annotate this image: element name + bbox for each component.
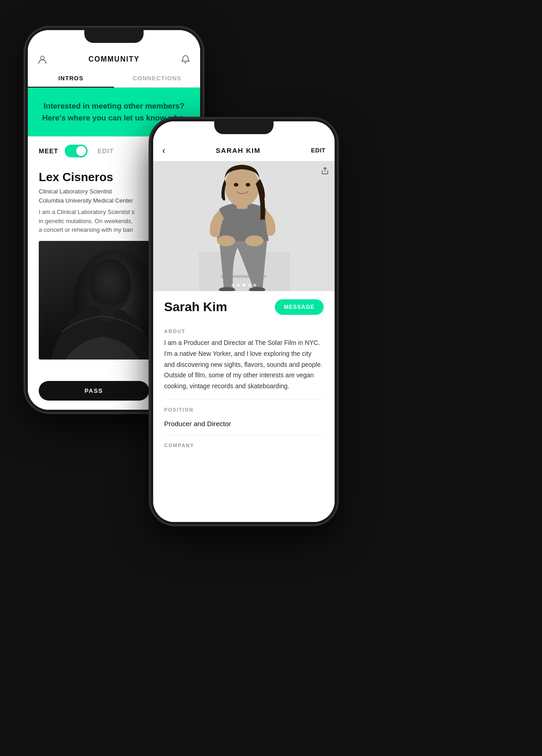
svg-point-2 bbox=[88, 261, 131, 312]
position-text: Producer and Director bbox=[164, 416, 324, 435]
share-icon[interactable] bbox=[321, 167, 329, 176]
community-title: COMMUNITY bbox=[88, 55, 139, 63]
photo-dot-1 bbox=[232, 284, 234, 287]
svg-point-13 bbox=[225, 167, 259, 207]
community-tabs: INTROS CONNECTIONS bbox=[28, 69, 200, 88]
sarah-edit-button[interactable]: EDIT bbox=[311, 147, 325, 154]
photo-dots bbox=[232, 284, 256, 287]
photo-dot-2 bbox=[237, 284, 240, 287]
message-button[interactable]: MESSAGE bbox=[275, 299, 324, 315]
tab-connections[interactable]: CONNECTIONS bbox=[114, 69, 200, 87]
about-text: I am a Producer and Director at The Sola… bbox=[164, 338, 324, 400]
svg-point-10 bbox=[217, 235, 235, 246]
svg-point-11 bbox=[245, 235, 263, 246]
community-banner-text: Interested in meeting other members? Her… bbox=[41, 100, 186, 124]
sarah-photo-container bbox=[153, 161, 335, 291]
pass-button[interactable]: PASS bbox=[39, 381, 149, 401]
sarah-name-row: Sarah Kim MESSAGE bbox=[164, 291, 324, 321]
photo-dot-5 bbox=[253, 284, 256, 287]
svg-point-14 bbox=[234, 183, 238, 187]
notification-icon[interactable] bbox=[180, 54, 191, 65]
meet-toggle[interactable] bbox=[65, 145, 88, 157]
profile-icon[interactable] bbox=[37, 54, 48, 65]
photo-dot-4 bbox=[248, 284, 251, 287]
position-label: POSITION bbox=[164, 407, 324, 412]
company-section: COMPANY bbox=[164, 443, 324, 448]
sarah-header-title: SARAH KIM bbox=[216, 146, 261, 154]
sarah-photo-bg bbox=[153, 161, 335, 291]
sarah-name: Sarah Kim bbox=[164, 300, 227, 314]
sarah-screen: ‹ SARAH KIM EDIT bbox=[153, 121, 335, 522]
toggle-knob bbox=[76, 146, 86, 156]
tab-intros[interactable]: INTROS bbox=[28, 69, 114, 87]
phone-2-notch bbox=[214, 121, 274, 134]
photo-dot-3 bbox=[243, 284, 245, 287]
company-label: COMPANY bbox=[164, 443, 324, 448]
phone-1-notch bbox=[84, 30, 144, 43]
back-button[interactable]: ‹ bbox=[162, 145, 165, 156]
svg-point-15 bbox=[246, 183, 250, 187]
svg-point-0 bbox=[41, 56, 44, 60]
meet-label: MEET bbox=[39, 147, 58, 155]
edit-label[interactable]: EDIT bbox=[98, 147, 114, 155]
phone-2: ‹ SARAH KIM EDIT bbox=[150, 119, 337, 525]
about-label: ABOUT bbox=[164, 328, 324, 334]
sarah-content: Sarah Kim MESSAGE ABOUT I am a Producer … bbox=[153, 291, 335, 522]
phone-2-screen: ‹ SARAH KIM EDIT bbox=[153, 121, 335, 522]
svg-rect-3 bbox=[100, 308, 114, 322]
